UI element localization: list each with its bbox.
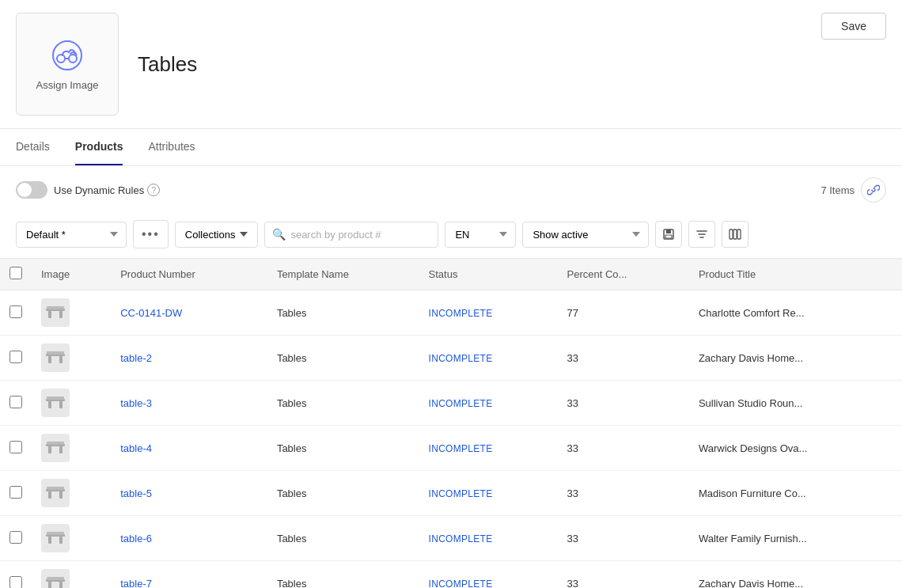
svg-rect-12: [47, 306, 64, 309]
columns-button[interactable]: [722, 221, 749, 248]
row-template-name: Tables: [267, 290, 419, 336]
svg-rect-6: [730, 230, 733, 239]
svg-point-2: [69, 55, 77, 63]
row-image-cell: [32, 426, 111, 471]
svg-rect-30: [48, 537, 51, 544]
save-view-button[interactable]: [655, 221, 682, 248]
product-number-link[interactable]: CC-0141-DW: [120, 307, 182, 319]
row-percent: 33: [558, 381, 689, 426]
row-percent: 77: [558, 290, 689, 336]
help-icon[interactable]: ?: [147, 184, 160, 196]
product-number-link[interactable]: table-2: [120, 352, 152, 364]
row-image-cell: [32, 471, 111, 516]
table-row: table-3 Tables INCOMPLETE 33 Sullivan St…: [0, 381, 902, 426]
row-checkbox[interactable]: [9, 486, 22, 499]
svg-point-0: [53, 41, 81, 70]
save-button[interactable]: Save: [821, 13, 886, 40]
row-product-title: Zachary Davis Home...: [689, 561, 902, 589]
row-status: INCOMPLETE: [419, 290, 558, 336]
row-product-title: Charlotte Comfort Re...: [689, 290, 902, 336]
row-image-cell: [32, 381, 111, 426]
collections-label: Collections: [185, 229, 236, 241]
product-thumbnail: [41, 479, 70, 507]
row-image-cell: [32, 336, 111, 381]
search-icon: 🔍: [272, 228, 286, 241]
product-thumbnail: [41, 389, 70, 417]
row-checkbox[interactable]: [9, 351, 22, 363]
header-image: Image: [32, 259, 111, 290]
svg-rect-31: [59, 537, 63, 544]
collections-button[interactable]: Collections: [175, 222, 259, 248]
more-dots-button[interactable]: •••: [133, 220, 169, 248]
row-template-name: Tables: [267, 561, 419, 589]
filter-button[interactable]: [688, 221, 715, 248]
products-table: Image Product Number Template Name Statu…: [0, 258, 902, 588]
dynamic-rules-toggle[interactable]: [16, 181, 47, 199]
svg-rect-20: [47, 396, 64, 400]
header-section: Assign Image Tables Save: [0, 0, 902, 129]
row-status: INCOMPLETE: [419, 336, 558, 381]
row-product-number: table-2: [111, 336, 267, 381]
columns-icon: [729, 228, 741, 241]
row-checkbox[interactable]: [9, 531, 22, 544]
status-badge: INCOMPLETE: [429, 398, 493, 409]
row-product-title: Zachary Davis Home...: [689, 336, 902, 381]
link-icon: [867, 184, 880, 196]
table-row: table-7 Tables INCOMPLETE 33 Zachary Dav…: [0, 561, 902, 589]
product-thumbnail: [41, 524, 70, 552]
header-percent-co: Percent Co...: [558, 259, 689, 290]
status-select[interactable]: Show active Show all Show inactive: [522, 222, 649, 248]
row-status: INCOMPLETE: [419, 426, 558, 471]
product-number-link[interactable]: table-3: [120, 397, 152, 409]
row-image-cell: [32, 516, 111, 561]
tabs-section: Details Products Attributes: [0, 129, 902, 166]
product-number-link[interactable]: table-5: [120, 487, 152, 499]
tab-products[interactable]: Products: [75, 129, 123, 165]
row-checkbox[interactable]: [9, 441, 22, 453]
filter-bar: Default * ••• Collections 🔍 EN DE FR ES …: [0, 214, 902, 258]
svg-rect-24: [47, 442, 64, 445]
row-product-number: table-4: [111, 426, 267, 471]
language-select[interactable]: EN DE FR ES: [445, 222, 516, 248]
table-row: CC-0141-DW Tables INCOMPLETE 77 Charlott…: [0, 290, 902, 336]
assign-image-button[interactable]: Assign Image: [16, 13, 119, 116]
row-checkbox-cell: [0, 561, 32, 589]
row-template-name: Tables: [267, 516, 419, 561]
row-product-title: Walter Family Furnish...: [689, 516, 902, 561]
row-status: INCOMPLETE: [419, 381, 558, 426]
filter-icon: [695, 228, 708, 241]
tab-details[interactable]: Details: [16, 129, 50, 165]
row-product-number: table-7: [111, 561, 267, 589]
row-checkbox[interactable]: [9, 396, 22, 408]
row-template-name: Tables: [267, 471, 419, 516]
table-row: table-6 Tables INCOMPLETE 33 Walter Fami…: [0, 516, 902, 561]
row-product-number: table-5: [111, 471, 267, 516]
search-input[interactable]: [264, 222, 438, 248]
svg-rect-10: [48, 311, 51, 318]
svg-rect-15: [59, 356, 63, 363]
tab-attributes[interactable]: Attributes: [148, 129, 195, 165]
row-checkbox-cell: [0, 336, 32, 381]
assign-image-icon: [50, 38, 85, 73]
table-row: table-4 Tables INCOMPLETE 33 Warwick Des…: [0, 426, 902, 471]
svg-rect-35: [59, 582, 63, 588]
row-status: INCOMPLETE: [419, 516, 558, 561]
svg-rect-14: [48, 356, 51, 363]
items-badge: 7 Items: [821, 177, 886, 203]
default-dropdown[interactable]: Default *: [16, 222, 127, 248]
items-link-button[interactable]: [861, 177, 886, 203]
product-number-link[interactable]: table-6: [120, 533, 152, 544]
row-product-number: table-3: [111, 381, 267, 426]
product-number-link[interactable]: table-4: [120, 442, 152, 454]
product-number-link[interactable]: table-7: [120, 578, 152, 589]
row-checkbox[interactable]: [9, 576, 22, 589]
assign-image-label: Assign Image: [36, 79, 99, 91]
row-checkbox[interactable]: [9, 305, 22, 318]
header-status: Status: [419, 259, 558, 290]
svg-rect-18: [48, 401, 51, 408]
page-title: Tables: [138, 52, 197, 77]
svg-rect-11: [59, 311, 63, 318]
header-product-number: Product Number: [111, 259, 267, 290]
row-checkbox-cell: [0, 426, 32, 471]
select-all-checkbox[interactable]: [9, 267, 22, 279]
